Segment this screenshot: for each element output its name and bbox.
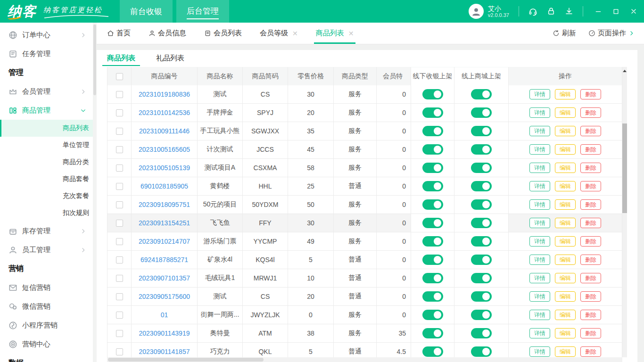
online-shelf-toggle[interactable] xyxy=(471,218,492,228)
user-chip[interactable]: 艾小 v2.0.0.37 xyxy=(469,4,509,19)
sidebar-item[interactable]: 订单中心 xyxy=(0,25,93,44)
delete-button[interactable]: 删除 xyxy=(580,310,601,320)
detail-button[interactable]: 详情 xyxy=(529,328,550,338)
sidebar-subitem[interactable]: 充次套餐 xyxy=(0,188,93,205)
delete-button[interactable]: 删除 xyxy=(580,255,601,265)
vertical-scrollbar-thumb[interactable] xyxy=(622,123,627,213)
edit-button[interactable]: 编辑 xyxy=(555,291,576,302)
scroll-up-arrow[interactable] xyxy=(622,67,627,74)
edit-button[interactable]: 编辑 xyxy=(555,89,576,99)
detail-button[interactable]: 详情 xyxy=(529,89,550,99)
row-checkbox[interactable] xyxy=(116,293,123,300)
product-code-link[interactable]: 20231010142536 xyxy=(139,109,190,116)
row-checkbox[interactable] xyxy=(116,109,123,116)
offline-shelf-toggle[interactable] xyxy=(422,107,443,118)
offline-shelf-toggle[interactable] xyxy=(422,163,443,173)
online-shelf-toggle[interactable] xyxy=(471,144,492,155)
delete-button[interactable]: 删除 xyxy=(580,346,601,357)
online-shelf-toggle[interactable] xyxy=(471,346,492,357)
sidebar-subitem[interactable]: 商品列表 xyxy=(0,120,93,137)
product-code-link[interactable]: 01 xyxy=(161,311,168,319)
online-shelf-toggle[interactable] xyxy=(471,310,492,320)
online-shelf-toggle[interactable] xyxy=(471,328,492,338)
online-shelf-toggle[interactable] xyxy=(471,181,492,191)
sidebar-item[interactable]: 营销中心 xyxy=(0,335,93,354)
row-checkbox[interactable] xyxy=(116,91,123,98)
sidebar-item[interactable]: 小程序营销 xyxy=(0,316,93,335)
online-shelf-toggle[interactable] xyxy=(471,163,492,173)
close-button[interactable] xyxy=(630,8,637,15)
delete-button[interactable]: 删除 xyxy=(580,199,601,210)
sidebar-scrollbar-thumb[interactable] xyxy=(93,25,96,95)
detail-button[interactable]: 详情 xyxy=(529,181,550,191)
lock-button[interactable] xyxy=(547,7,555,16)
sidebar-subitem[interactable]: 扣次规则 xyxy=(0,205,93,222)
detail-button[interactable]: 详情 xyxy=(529,144,550,155)
delete-button[interactable]: 删除 xyxy=(580,328,601,338)
offline-shelf-toggle[interactable] xyxy=(422,310,443,320)
page-tab[interactable]: 商品列表✕ xyxy=(316,23,354,44)
product-code-link[interactable]: 20230910214707 xyxy=(139,238,190,245)
delete-button[interactable]: 删除 xyxy=(580,144,601,155)
table-vertical-scrollbar[interactable] xyxy=(622,67,627,357)
sidebar-item[interactable]: 任务管理 xyxy=(0,44,93,63)
sidebar-item[interactable]: 员工管理 xyxy=(0,240,93,259)
detail-button[interactable]: 详情 xyxy=(529,236,550,247)
row-checkbox[interactable] xyxy=(116,220,123,227)
product-code-link[interactable]: 20231009111446 xyxy=(139,127,190,135)
product-code-link[interactable]: 20230918095751 xyxy=(139,201,190,208)
delete-button[interactable]: 删除 xyxy=(580,273,601,283)
online-shelf-toggle[interactable] xyxy=(471,89,492,99)
detail-button[interactable]: 详情 xyxy=(529,346,550,357)
sidebar-item[interactable]: 商品管理 xyxy=(0,101,93,120)
offline-shelf-toggle[interactable] xyxy=(422,236,443,247)
online-shelf-toggle[interactable] xyxy=(471,126,492,136)
detail-button[interactable]: 详情 xyxy=(529,218,550,228)
row-checkbox[interactable] xyxy=(116,128,123,135)
edit-button[interactable]: 编辑 xyxy=(555,310,576,320)
product-code-link[interactable]: 20230901143919 xyxy=(139,329,190,337)
product-code-link[interactable]: 20231005165605 xyxy=(139,146,190,153)
row-checkbox[interactable] xyxy=(116,146,123,153)
support-button[interactable] xyxy=(528,7,537,16)
detail-button[interactable]: 详情 xyxy=(529,126,550,136)
delete-button[interactable]: 删除 xyxy=(580,163,601,173)
product-code-link[interactable]: 20231005105139 xyxy=(139,164,190,172)
sidebar-subitem[interactable]: 商品套餐 xyxy=(0,171,93,188)
delete-button[interactable]: 删除 xyxy=(580,218,601,228)
delete-button[interactable]: 删除 xyxy=(580,107,601,118)
offline-shelf-toggle[interactable] xyxy=(422,328,443,338)
select-all-checkbox[interactable] xyxy=(116,73,123,80)
inner-tab[interactable]: 商品列表 xyxy=(107,54,135,66)
horizontal-scrollbar-thumb[interactable] xyxy=(108,358,264,362)
product-code-link[interactable]: 20230913154251 xyxy=(139,219,190,227)
detail-button[interactable]: 详情 xyxy=(529,255,550,265)
detail-button[interactable]: 详情 xyxy=(529,163,550,173)
product-code-link[interactable]: 20230907101357 xyxy=(139,274,190,282)
row-checkbox[interactable] xyxy=(116,330,123,337)
edit-button[interactable]: 编辑 xyxy=(555,328,576,338)
delete-button[interactable]: 删除 xyxy=(580,126,601,136)
sidebar-subitem[interactable]: 商品分类 xyxy=(0,154,93,171)
online-shelf-toggle[interactable] xyxy=(471,255,492,265)
download-button[interactable] xyxy=(565,7,573,16)
row-checkbox[interactable] xyxy=(116,312,123,319)
detail-button[interactable]: 详情 xyxy=(529,273,550,283)
inner-tab[interactable]: 礼品列表 xyxy=(156,54,184,66)
sidebar-item[interactable]: 短信营销 xyxy=(0,278,93,297)
page-tab[interactable]: 会员等级✕ xyxy=(260,23,298,44)
sidebar-scrollbar[interactable] xyxy=(93,23,97,362)
detail-button[interactable]: 详情 xyxy=(529,107,550,118)
offline-shelf-toggle[interactable] xyxy=(422,89,443,99)
row-checkbox[interactable] xyxy=(116,256,123,263)
page-actions-button[interactable]: 页面操作 xyxy=(588,29,635,38)
edit-button[interactable]: 编辑 xyxy=(555,255,576,265)
row-checkbox[interactable] xyxy=(116,348,123,355)
offline-shelf-toggle[interactable] xyxy=(422,255,443,265)
minimize-button[interactable] xyxy=(594,8,602,15)
edit-button[interactable]: 编辑 xyxy=(555,181,576,191)
edit-button[interactable]: 编辑 xyxy=(555,144,576,155)
delete-button[interactable]: 删除 xyxy=(580,291,601,302)
offline-shelf-toggle[interactable] xyxy=(422,346,443,357)
row-checkbox[interactable] xyxy=(116,238,123,245)
